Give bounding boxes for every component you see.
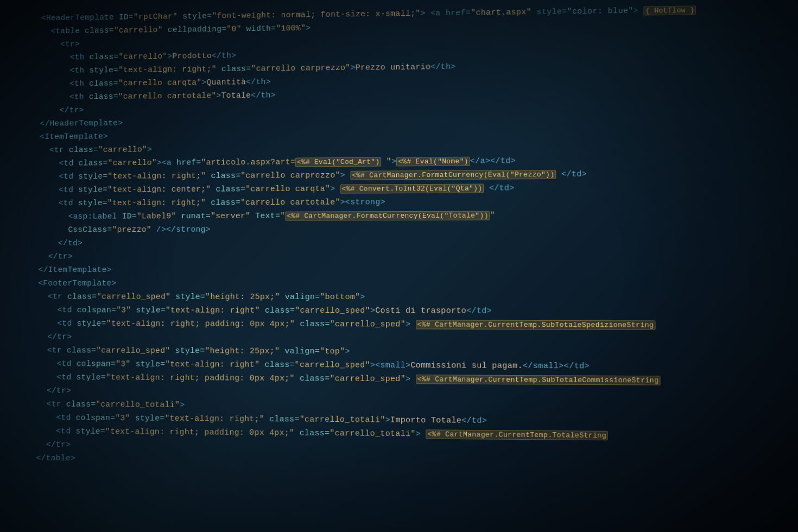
code-val: "100%" [276, 24, 306, 33]
code-tag: <td [28, 319, 72, 328]
code-attr: class= [211, 172, 240, 181]
code-tag: <th [31, 66, 84, 76]
code-val: "text-align: right" [165, 360, 259, 370]
code-val: "carrello_totali" [300, 415, 385, 425]
code-tag: > [330, 185, 335, 194]
code-attr: class= [66, 400, 96, 409]
code-tag: <tr> [31, 40, 79, 49]
code-val: "carrello" [107, 159, 156, 168]
code-tag: </tr> [27, 386, 71, 395]
code-attr: style= [77, 319, 106, 328]
code-tag: <ItemTemplate> [30, 132, 108, 142]
code-val: "3" [116, 306, 131, 315]
code-tag: </tr> [27, 440, 71, 450]
code-val: "bottom" [320, 293, 360, 302]
code-attr: style= [182, 12, 212, 21]
code-attr: style= [75, 427, 105, 436]
code-tag: </th> [430, 62, 455, 72]
code-val: "text-align: right;" [164, 414, 264, 424]
code-tag: </HeaderTemplate> [30, 119, 123, 129]
line-22: <td colspan="3" style="text-align: right… [28, 304, 784, 319]
code-highlight-totstring: <%# CartManager.CurrentTemp.TotaleString [426, 429, 608, 440]
code-tag: <td [30, 159, 74, 168]
code-tag: > [370, 306, 375, 315]
code-val: "font-weight: normal; font-size: x-small… [212, 9, 420, 21]
code-tag: <th [30, 93, 84, 102]
code-val: " [280, 212, 285, 221]
code-tag: <tr [27, 400, 61, 409]
code-attr: style= [175, 293, 205, 302]
code-tag: </small></td> [523, 362, 590, 371]
code-val: "text-align: right" [166, 306, 260, 315]
code-tag: </td> [29, 239, 83, 248]
code-text: Prezzo unitario [356, 62, 431, 72]
code-highlight-sped: <%# CartManager.CurrentTemp.SubTotaleSpe… [416, 320, 656, 330]
code-text: Importo Totale [390, 416, 461, 426]
code-tag: /></strong> [156, 225, 211, 235]
code-highlight-comm: <%# CartManager.CurrentTemp.SubTotaleCom… [416, 375, 661, 385]
code-attr: class= [269, 415, 300, 424]
code-val: "3" [115, 414, 130, 423]
code-val: "carrello carqta" [245, 185, 330, 194]
code-tag: <td [27, 373, 71, 382]
code-val: "carrello carprezzo" [251, 64, 350, 74]
code-tag: </ItemTemplate> [29, 265, 112, 275]
line-21: <tr class="carrello_sped" style="height:… [28, 291, 784, 305]
code-attr: class= [300, 320, 330, 329]
line-24: </tr> [28, 331, 784, 346]
code-attr: width= [246, 24, 276, 34]
code-val: "text-align: right;" [118, 65, 217, 74]
code-tag: ><strong> [340, 198, 385, 207]
line-23: <td style="text-align: right; padding: 0… [28, 318, 784, 333]
code-val: "height: 25px;" [205, 293, 280, 302]
code-tag: <HeaderTemplate [31, 13, 114, 23]
code-editor-screen: <HeaderTemplate ID="rptChar" style="font… [0, 0, 798, 532]
code-tag: <asp:Label [29, 212, 117, 221]
code-attr: class= [89, 79, 118, 88]
code-attr: class= [89, 92, 118, 102]
code-tag: > [147, 145, 152, 154]
code-tag: <td [29, 186, 73, 195]
code-highlight-eval2: <%# Eval("Nome") [396, 157, 470, 167]
code-attr: ID= [122, 212, 137, 221]
code-tag: > [406, 375, 410, 384]
code-attr: cellpadding= [168, 25, 227, 35]
code-tag: </td> [489, 183, 515, 193]
code-tag: <a [162, 159, 172, 168]
line-19: </ItemTemplate> [28, 264, 783, 277]
code-tag: </td> [561, 170, 587, 179]
code-attr: style= [136, 306, 166, 315]
code-attr: class= [221, 65, 251, 74]
code-tag: > [167, 52, 172, 61]
line-18: </tr> [29, 250, 783, 263]
code-val: "3" [116, 360, 130, 369]
code-tag: <td [27, 359, 71, 369]
code-tag: <td [27, 413, 71, 422]
code-tag: > [180, 401, 185, 410]
code-tag: </tr> [30, 106, 84, 115]
code-tag: <FooterTemplate> [28, 279, 116, 288]
code-tag: <table [31, 27, 80, 36]
code-text: Costi di trasporto [375, 306, 466, 315]
code-val: "carrello_totali" [96, 400, 180, 410]
code-tag: > [345, 347, 350, 356]
code-val: " [387, 157, 391, 167]
code-val: "text-align: right;" [107, 198, 206, 207]
code-val: "carrello_sped" [295, 306, 370, 315]
code-highlight-totale: <%# CartManager.FormatCurrency(Eval("Tot… [285, 211, 490, 221]
code-tag: > [216, 91, 221, 100]
code-attr: class= [300, 374, 330, 383]
code-text: Quantità [206, 78, 246, 87]
code-attr: class= [78, 159, 107, 168]
code-tag: > [421, 9, 426, 18]
code-val: "carrello_totali" [330, 429, 416, 439]
code-val: "carrello carprezzo" [240, 171, 340, 181]
code-attr: Text= [255, 212, 280, 221]
code-tag: > [391, 157, 396, 166]
code-attr: colspan= [77, 306, 117, 315]
code-val: "carrello_sped" [295, 360, 370, 370]
code-val: "carrello_sped" [330, 374, 406, 384]
code-tag: > [350, 64, 355, 73]
code-attr: class= [89, 53, 118, 62]
code-tag: </td> [466, 306, 492, 315]
